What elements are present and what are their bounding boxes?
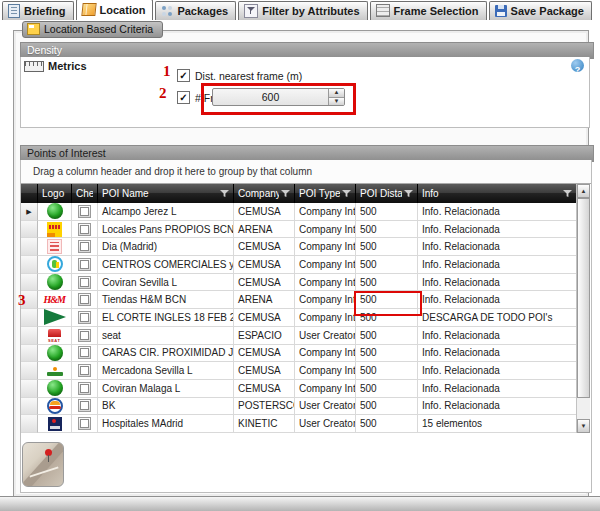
row-checkbox[interactable] [78, 382, 91, 395]
header-poi-distance[interactable]: POI Distance (r [356, 184, 418, 203]
filter-funnel-icon[interactable] [404, 189, 413, 198]
filter-funnel-icon[interactable] [220, 189, 229, 198]
table-row[interactable]: Coviran Malaga L CEMUSA Company Internal… [21, 380, 577, 398]
grid-header: Logo Check POI Name Company POI Type POI… [21, 184, 577, 203]
tab-packages[interactable]: Packages [155, 1, 236, 20]
table-row[interactable]: Mercadona Sevilla L CEMUSA Company Inter… [21, 362, 577, 380]
row-checkbox[interactable] [78, 399, 91, 412]
dist-nearest-frame-row: Dist. nearest frame (m) [177, 69, 302, 82]
row-checkbox-inner [80, 278, 89, 287]
tab-label: Location [100, 4, 146, 16]
vertical-scrollbar[interactable]: ▲ ▼ [576, 184, 590, 433]
row-selector-cell[interactable] [21, 380, 38, 398]
poi-distance-cell: 500 [356, 398, 418, 416]
table-row[interactable]: CENTROS COMERCIALES y EL CORTE INGLES CE… [21, 256, 577, 274]
header-logo[interactable]: Logo [38, 184, 72, 203]
poi-name-cell: Mercadona Sevilla L [98, 362, 234, 380]
table-row[interactable]: EL CORTE INGLES 18 FEB 2015 CEMUSA Compa… [21, 309, 577, 327]
table-row[interactable]: BK POSTERSCOPE User Creator [Secre 500 I… [21, 398, 577, 416]
frames-near-checkbox[interactable] [177, 91, 190, 104]
poi-type-cell: Company Internal [295, 274, 356, 292]
status-bar [0, 496, 600, 511]
poi-logo-icon [47, 372, 63, 376]
row-selector-cell[interactable] [21, 398, 38, 416]
row-checkbox[interactable] [78, 240, 91, 253]
spinner-buttons: ▲ ▼ [328, 89, 344, 105]
filter-funnel-icon[interactable] [563, 189, 572, 198]
row-checkbox[interactable] [78, 276, 91, 289]
poi-distance-cell: 500 [356, 291, 418, 309]
row-selector-cell[interactable] [21, 221, 38, 239]
tab-frame-selection[interactable]: Frame Selection [370, 1, 487, 20]
scroll-up-icon[interactable]: ▲ [577, 184, 590, 198]
map-view-button[interactable] [22, 442, 64, 487]
row-selector-cell[interactable] [21, 415, 38, 433]
poi-logo-cell [38, 362, 72, 380]
table-row[interactable]: Tiendas H&M BCN ARENA Company Internal 5… [21, 291, 577, 309]
header-check[interactable]: Check [72, 184, 98, 203]
row-checkbox[interactable] [78, 205, 91, 218]
poi-logo-icon [47, 345, 63, 361]
poi-check-cell [72, 291, 98, 309]
poi-name-cell: BK [98, 398, 234, 416]
tab-location[interactable]: Location [76, 0, 154, 20]
row-selector-cell[interactable] [21, 362, 38, 380]
scrollbar-thumb[interactable] [577, 198, 590, 398]
frames-near-spinner[interactable]: 600 ▲ ▼ [212, 88, 345, 106]
row-selector-cell[interactable] [21, 345, 38, 363]
help-question-icon[interactable] [571, 59, 584, 72]
row-selector-cell[interactable] [21, 327, 38, 345]
row-selector-cell[interactable] [21, 238, 38, 256]
save-disk-icon [495, 5, 507, 17]
row-checkbox[interactable] [78, 311, 91, 324]
row-checkbox[interactable] [78, 223, 91, 236]
row-selector-cell[interactable]: ▶ [21, 203, 38, 221]
row-checkbox[interactable] [78, 258, 91, 271]
frames-near-value[interactable]: 600 [213, 89, 328, 105]
row-checkbox[interactable] [78, 329, 91, 342]
location-criteria-groupbox: Density Metrics Dist. nearest frame (m) … [13, 30, 589, 497]
tab-filter-by-attributes[interactable]: Filter by Attributes [238, 1, 367, 20]
tab-save-package[interactable]: Save Package [489, 1, 592, 20]
tab-label: Frame Selection [394, 5, 479, 17]
table-row[interactable]: ▶ Alcampo Jerez L CEMUSA Company Interna… [21, 203, 577, 221]
row-checkbox[interactable] [78, 364, 91, 377]
header-poi-type[interactable]: POI Type [295, 184, 356, 203]
poi-name-cell: CARAS CIR. PROXIMIDAD JCD MADRID CAPITAL [98, 345, 234, 363]
company-cell: CEMUSA [234, 203, 295, 221]
table-row[interactable]: Coviran Sevilla L CEMUSA Company Interna… [21, 274, 577, 292]
poi-check-cell [72, 380, 98, 398]
poi-logo-icon [47, 256, 63, 272]
group-by-drop-zone[interactable]: Drag a column header and drop it here to… [21, 160, 591, 184]
table-row[interactable]: Dia (Madrid) CEMUSA Company Internal 500… [21, 238, 577, 256]
spinner-up-icon[interactable]: ▲ [329, 89, 344, 97]
filter-funnel-icon[interactable] [342, 189, 351, 198]
header-info[interactable]: Info [418, 184, 577, 203]
row-selector-cell[interactable] [21, 274, 38, 292]
dist-nearest-frame-checkbox[interactable] [177, 69, 190, 82]
spinner-down-icon[interactable]: ▼ [329, 97, 344, 106]
annotation-number-2: 2 [159, 85, 167, 102]
row-checkbox[interactable] [78, 346, 91, 359]
header-poi-name[interactable]: POI Name [98, 184, 234, 203]
row-selector-cell[interactable] [21, 256, 38, 274]
table-row[interactable]: Hospitales MAdrid KINETIC User Creator [… [21, 415, 577, 433]
poi-distance-cell: 500 [356, 274, 418, 292]
row-checkbox-inner [80, 419, 89, 428]
row-checkbox-inner [80, 366, 89, 375]
row-checkbox[interactable] [78, 417, 91, 430]
table-row[interactable]: seat ESPACIO User Creator [Secre 500 Inf… [21, 327, 577, 345]
poi-check-cell [72, 221, 98, 239]
row-checkbox[interactable] [78, 293, 91, 306]
table-row[interactable]: Locales Pans PROPIOS BCN ARENA Company I… [21, 221, 577, 239]
scroll-down-icon[interactable]: ▼ [577, 419, 590, 433]
table-row[interactable]: CARAS CIR. PROXIMIDAD JCD MADRID CAPITAL… [21, 345, 577, 363]
poi-type-cell: User Creator [Secre [295, 415, 356, 433]
poi-logo-cell [38, 256, 72, 274]
header-selector-cell [21, 184, 38, 203]
filter-funnel-icon[interactable] [281, 189, 290, 198]
row-selector-cell[interactable] [21, 309, 38, 327]
poi-logo-icon [47, 292, 63, 308]
header-company[interactable]: Company [234, 184, 295, 203]
tab-briefing[interactable]: Briefing [2, 1, 74, 20]
